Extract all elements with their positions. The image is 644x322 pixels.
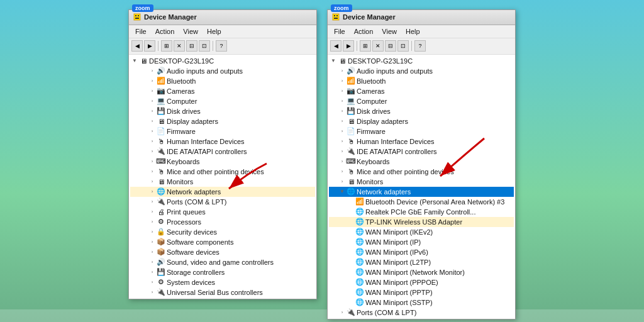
- left-toolbar-btn4[interactable]: ⊡: [199, 40, 210, 52]
- right-item-na-5[interactable]: 🌐WAN Miniport (IP): [329, 237, 514, 247]
- right-menu-action[interactable]: Action: [350, 26, 377, 36]
- right-item-na-6[interactable]: 🌐WAN Miniport (IPv6): [329, 247, 514, 257]
- left-item-7[interactable]: ›🖱Human Interface Devices: [130, 136, 315, 147]
- left-item-4[interactable]: ›💾Disk drives: [130, 106, 315, 116]
- left-device-manager-window: Device Manager File Action View Help ◀ ▶…: [128, 9, 317, 299]
- right-item-na-10[interactable]: 🌐WAN Miniport (PPTP): [329, 287, 514, 297]
- left-item-6[interactable]: ›📄Firmware: [130, 126, 315, 136]
- left-item-1[interactable]: ›📶Bluetooth: [130, 76, 315, 86]
- right-menu-help[interactable]: Help: [402, 26, 424, 36]
- right-item-na-9[interactable]: 🌐WAN Miniport (PPPOE): [329, 277, 514, 287]
- left-root-label: DESKTOP-G23L19C: [149, 57, 214, 65]
- svg-rect-5: [333, 14, 339, 20]
- right-title-text: Device Manager: [343, 13, 511, 21]
- right-item-na-1[interactable]: 📶Bluetooth Device (Personal Area Network…: [329, 197, 514, 207]
- left-toolbar-btn2[interactable]: ✕: [174, 40, 185, 52]
- right-item-na-3[interactable]: 🌐TP-LINK Wireless USB Adapter: [329, 217, 514, 227]
- right-window-wrapper: zoom Device Manager File Action View Hel…: [327, 9, 516, 319]
- svg-rect-0: [134, 14, 140, 20]
- right-item-4[interactable]: ›💾Disk drives: [329, 106, 514, 116]
- left-item-9[interactable]: ›⌨Keyboards: [130, 157, 315, 167]
- right-item-8[interactable]: ›🔌IDE ATA/ATAPI controllers: [329, 147, 514, 157]
- right-item-ports[interactable]: ›🔌Ports (COM & LPT): [329, 308, 514, 318]
- right-toolbar-btn2[interactable]: ✕: [372, 40, 384, 52]
- left-item-14[interactable]: ›⚙Processors: [130, 217, 315, 227]
- left-item-12[interactable]: ›🔌Ports (COM & LPT): [130, 197, 315, 207]
- left-item-21[interactable]: ›🔌Universal Serial Bus controllers: [130, 287, 315, 297]
- left-menu-view[interactable]: View: [179, 26, 202, 36]
- svg-rect-7: [336, 15, 338, 16]
- left-toolbar-sep1: [158, 41, 158, 51]
- right-item-0[interactable]: ›🔊Audio inputs and outputs: [329, 66, 514, 76]
- left-item-2[interactable]: ›📷Cameras: [130, 86, 315, 96]
- left-item-15[interactable]: ›🔒Security devices: [130, 227, 315, 237]
- right-item-3[interactable]: ›💻Computer: [329, 96, 514, 106]
- right-tree-area[interactable]: ▼ 🖥 DESKTOP-G23L19C ›🔊Audio inputs and o…: [328, 55, 515, 319]
- left-root-icon: 🖥: [139, 57, 148, 65]
- left-menu-bar: File Action View Help: [129, 25, 316, 38]
- left-tree-area[interactable]: ▼ 🖥 DESKTOP-G23L19C ›🔊Audio inputs and o…: [129, 55, 316, 299]
- left-toolbar-btn5[interactable]: ?: [216, 40, 227, 52]
- left-item-17[interactable]: ›📦Software devices: [130, 247, 315, 257]
- right-item-7[interactable]: ›🖱Human Interface Devices: [329, 136, 514, 147]
- right-toolbar-btn5[interactable]: ?: [414, 40, 426, 52]
- left-window-wrapper: zoom Device Manager File Action View Hel…: [128, 9, 317, 299]
- left-tree-root[interactable]: ▼ 🖥 DESKTOP-G23L19C: [130, 56, 315, 66]
- zoom-button-right[interactable]: zoom: [331, 4, 352, 12]
- right-item-na-2[interactable]: 🌐Realtek PCIe GbE Family Controll...: [329, 207, 514, 217]
- left-item-11[interactable]: ›🖥Monitors: [130, 177, 315, 187]
- right-window-icon: [331, 13, 340, 21]
- left-toolbar: ◀ ▶ ⊞ ✕ ⊟ ⊡ ?: [129, 38, 316, 55]
- zoom-button-left[interactable]: zoom: [132, 4, 153, 12]
- right-item-network[interactable]: ▼🌐Network adapters: [329, 187, 514, 197]
- right-item-9[interactable]: ›⌨Keyboards: [329, 157, 514, 167]
- right-item-na-8[interactable]: 🌐WAN Miniport (Network Monitor): [329, 267, 514, 277]
- left-item-10[interactable]: ›🖱Mice and other pointing devices: [130, 167, 315, 177]
- left-toolbar-back[interactable]: ◀: [131, 40, 143, 52]
- windows-container: zoom Device Manager File Action View Hel…: [128, 9, 516, 319]
- right-toolbar-btn3[interactable]: ⊟: [385, 40, 396, 52]
- left-toolbar-btn3[interactable]: ⊟: [186, 40, 197, 52]
- svg-rect-2: [138, 15, 139, 16]
- right-item-na-11[interactable]: 🌐WAN Miniport (SSTP): [329, 297, 514, 308]
- right-toolbar-btn1[interactable]: ⊞: [360, 40, 371, 52]
- left-toolbar-sep2: [213, 41, 213, 51]
- left-window-icon: [133, 13, 142, 21]
- left-menu-file[interactable]: File: [131, 26, 150, 36]
- svg-rect-3: [135, 18, 139, 19]
- left-root-expander[interactable]: ▼: [130, 57, 139, 65]
- left-item-0[interactable]: ›🔊Audio inputs and outputs: [130, 66, 315, 76]
- right-item-6[interactable]: ›📄Firmware: [329, 126, 514, 136]
- left-menu-help[interactable]: Help: [203, 26, 225, 36]
- left-item-18[interactable]: ›🔊Sound, video and game controllers: [130, 257, 315, 267]
- right-menu-view[interactable]: View: [378, 26, 401, 36]
- left-menu-action[interactable]: Action: [152, 26, 179, 36]
- right-item-1[interactable]: ›📶Bluetooth: [329, 76, 514, 86]
- right-toolbar-btn4[interactable]: ⊡: [397, 40, 409, 52]
- left-item-8[interactable]: ›🔌IDE ATA/ATAPI controllers: [130, 147, 315, 157]
- right-menu-file[interactable]: File: [330, 26, 349, 36]
- right-toolbar-forward[interactable]: ▶: [343, 40, 354, 52]
- right-item-5[interactable]: ›🖥Display adapters: [329, 116, 514, 126]
- left-item-3[interactable]: ›💻Computer: [130, 96, 315, 106]
- right-item-2[interactable]: ›📷Cameras: [329, 86, 514, 96]
- left-item-16[interactable]: ›📦Software components: [130, 237, 315, 247]
- left-item-5[interactable]: ›🖥Display adapters: [130, 116, 315, 126]
- svg-rect-6: [334, 15, 335, 16]
- left-item-network[interactable]: ›🌐Network adapters: [130, 187, 315, 197]
- left-item-13[interactable]: ›🖨Print queues: [130, 207, 315, 217]
- left-toolbar-forward[interactable]: ▶: [144, 40, 155, 52]
- right-device-manager-window: Device Manager File Action View Help ◀ ▶…: [327, 9, 516, 319]
- right-item-11[interactable]: ›🖥Monitors: [329, 177, 514, 187]
- left-item-20[interactable]: ›⚙System devices: [130, 277, 315, 287]
- svg-rect-8: [334, 18, 338, 19]
- right-item-na-4[interactable]: 🌐WAN Miniport (IKEv2): [329, 227, 514, 237]
- right-tree-root[interactable]: ▼ 🖥 DESKTOP-G23L19C: [329, 56, 514, 66]
- left-title-bar: Device Manager: [129, 10, 316, 25]
- left-toolbar-btn1[interactable]: ⊞: [161, 40, 172, 52]
- right-title-bar: Device Manager: [328, 10, 515, 25]
- right-toolbar-back[interactable]: ◀: [330, 40, 341, 52]
- right-item-10[interactable]: ›🖱Mice and other pointing devices: [329, 167, 514, 177]
- left-item-19[interactable]: ›💾Storage controllers: [130, 267, 315, 277]
- right-item-na-7[interactable]: 🌐WAN Miniport (L2TP): [329, 257, 514, 267]
